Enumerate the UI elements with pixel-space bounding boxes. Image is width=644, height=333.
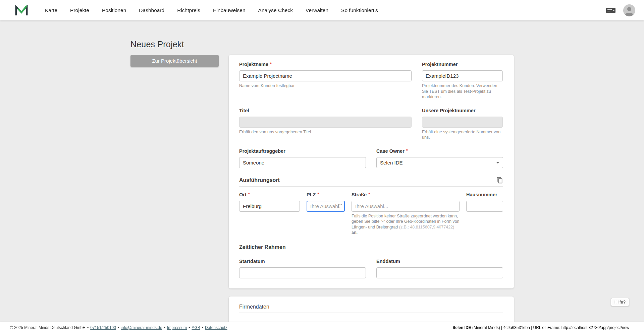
nav-item-karte[interactable]: Karte	[45, 7, 57, 13]
session-info: Selen IDE (Mineral Minds) | 4c9a63531eba…	[452, 325, 629, 330]
section-divider	[239, 253, 503, 253]
hausnummer-input[interactable]	[466, 201, 503, 212]
footer-separator: •	[118, 325, 119, 330]
page-title: Neues Projekt	[130, 40, 514, 49]
navbar-right	[606, 4, 635, 16]
section-divider	[239, 313, 503, 313]
ort-input[interactable]	[239, 201, 300, 212]
projektname-label: Projektname	[239, 62, 268, 67]
footer-separator: •	[189, 325, 190, 330]
strasse-field: Straße * Falls die Position keiner Straß…	[352, 192, 460, 236]
projektauftraggeber-label: Projektauftraggeber	[239, 148, 285, 154]
copyright-text: © 2025 Mineral Minds Deutschland GmbH	[10, 325, 86, 330]
startdatum-input[interactable]	[239, 267, 366, 278]
app-logo[interactable]	[15, 4, 29, 17]
projektnummer-helper: Projektnummer des Kunden. Verwenden Sie …	[422, 83, 503, 100]
logo-icon	[15, 4, 28, 16]
firmendaten-section-header: Firmendaten	[239, 304, 503, 310]
form-row-auftraggeber-owner: Projektauftraggeber Case Owner * Selen I…	[239, 148, 503, 168]
avatar[interactable]	[623, 4, 635, 16]
projektname-field: Projektname * Name vom Kunden festlegbar	[239, 62, 412, 100]
ort-label: Ort	[239, 192, 247, 197]
required-asterisk: *	[406, 148, 408, 153]
enddatum-label: Enddatum	[376, 259, 400, 264]
nav-item-verwalten[interactable]: Verwalten	[306, 7, 328, 13]
projektname-input[interactable]	[239, 70, 412, 81]
startdatum-label: Startdatum	[239, 259, 265, 264]
nav-item-projekte[interactable]: Projekte	[70, 7, 89, 13]
agb-link[interactable]: AGB	[192, 325, 200, 330]
back-to-projects-button[interactable]: Zur Projektübersicht	[130, 55, 219, 67]
startdatum-field: Startdatum	[239, 259, 366, 278]
nav-item-richtpreis[interactable]: Richtpreis	[177, 7, 200, 13]
strasse-input[interactable]	[352, 201, 460, 212]
footer-separator: •	[202, 325, 203, 330]
email-link[interactable]: info@mineral-minds.de	[121, 325, 162, 330]
help-button[interactable]: Hilfe?	[611, 298, 629, 306]
nav-item-positionen[interactable]: Positionen	[102, 7, 126, 13]
footer: © 2025 Mineral Minds Deutschland GmbH • …	[0, 322, 644, 333]
case-owner-select[interactable]: Selen IDE	[376, 157, 503, 168]
phone-link[interactable]: 07151/250100	[90, 325, 116, 330]
titel-helper: Erhält den von uns vorgegebenen Titel.	[239, 129, 412, 135]
projektauftraggeber-input[interactable]	[239, 157, 366, 168]
enddatum-input[interactable]	[376, 267, 503, 278]
case-owner-value: Selen IDE	[380, 160, 403, 165]
hausnummer-field: Hausnummer	[466, 192, 503, 236]
zeitlicher-rahmen-section-header: Zeitlicher Rahmen	[239, 244, 503, 250]
unsere-projektnummer-label: Unsere Projektnummer	[422, 108, 476, 113]
session-user: Selen IDE	[452, 325, 471, 330]
form-column: Projektname * Name vom Kunden festlegbar…	[229, 55, 514, 333]
ort-field: Ort *	[239, 192, 300, 236]
unsere-projektnummer-input	[422, 117, 503, 128]
footer-left: © 2025 Mineral Minds Deutschland GmbH • …	[10, 325, 227, 330]
plz-field: PLZ *	[307, 192, 345, 236]
enddatum-field: Enddatum	[376, 259, 503, 278]
top-navbar: Karte Projekte Positionen Dashboard Rich…	[0, 0, 644, 20]
nav-item-einbauweisen[interactable]: Einbauweisen	[213, 7, 246, 13]
page-content: Neues Projekt Zur Projektübersicht Proje…	[130, 20, 514, 333]
section-divider	[239, 186, 503, 187]
form-row-titel-unsere: Titel Erhält den von uns vorgegebenen Ti…	[239, 108, 503, 140]
hausnummer-label: Hausnummer	[466, 192, 497, 197]
plz-label: PLZ	[307, 192, 316, 197]
unsere-projektnummer-field: Unsere Projektnummer Erhält eine systemg…	[422, 108, 503, 140]
loading-spinner-icon	[338, 204, 342, 208]
titel-label: Titel	[239, 108, 249, 113]
projektname-helper: Name vom Kunden festlegbar	[239, 83, 412, 89]
strasse-label: Straße	[352, 192, 367, 197]
projektnummer-input[interactable]	[422, 70, 503, 81]
required-asterisk: *	[317, 192, 319, 197]
form-row-dates: Startdatum Enddatum	[239, 259, 503, 278]
case-owner-label: Case Owner	[376, 148, 405, 154]
footer-separator: •	[87, 325, 89, 330]
projektnummer-label: Projektnummer	[422, 62, 458, 67]
nav-item-so-funktionierts[interactable]: So funktioniert's	[341, 7, 378, 13]
ausfuehrungsort-heading: Ausführungsort	[239, 177, 280, 183]
nav-item-dashboard[interactable]: Dashboard	[139, 7, 164, 13]
required-asterisk: *	[368, 192, 370, 197]
zeitlicher-rahmen-heading: Zeitlicher Rahmen	[239, 244, 286, 250]
left-column: Zur Projektübersicht	[130, 55, 219, 67]
required-asterisk: *	[270, 61, 272, 66]
titel-input	[239, 117, 412, 128]
titel-field: Titel Erhält den von uns vorgegebenen Ti…	[239, 108, 412, 140]
impressum-link[interactable]: Impressum	[167, 325, 187, 330]
required-asterisk: *	[248, 192, 250, 197]
chevron-down-icon	[496, 162, 499, 163]
datenschutz-link[interactable]: Datenschutz	[205, 325, 227, 330]
nav-items: Karte Projekte Positionen Dashboard Rich…	[45, 7, 606, 13]
firmendaten-heading: Firmendaten	[239, 304, 269, 310]
server-icon[interactable]	[606, 7, 616, 14]
strasse-helper: Falls die Position keiner Straße zugeord…	[352, 213, 460, 236]
case-owner-field: Case Owner * Selen IDE	[376, 148, 503, 168]
copy-icon[interactable]	[496, 177, 503, 184]
form-row-address: Ort * PLZ *	[239, 192, 503, 236]
unsere-projektnummer-helper: Erhält eine systemgenerierte Nummer von …	[422, 129, 503, 140]
session-details: (Mineral Minds) | 4c9a63531eba | URL of …	[471, 325, 629, 330]
nav-item-analyse-check[interactable]: Analyse Check	[258, 7, 293, 13]
form-row-name-number: Projektname * Name vom Kunden festlegbar…	[239, 62, 503, 100]
projektnummer-field: Projektnummer Projektnummer des Kunden. …	[422, 62, 503, 100]
projektauftraggeber-field: Projektauftraggeber	[239, 148, 366, 168]
ausfuehrungsort-section-header: Ausführungsort	[239, 177, 503, 184]
